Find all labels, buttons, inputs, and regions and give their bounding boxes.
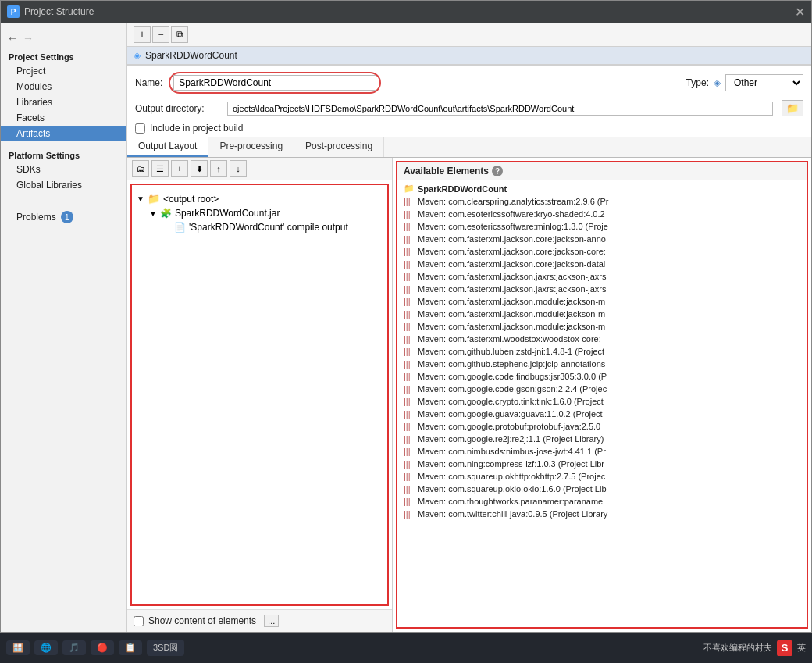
copy-artifact-button[interactable]: ⧉ <box>171 26 188 43</box>
tree-item-jar[interactable]: ▼ 🧩 SparkRDDWordCount.jar <box>149 206 383 220</box>
name-input[interactable] <box>173 75 376 91</box>
item-label: Maven: com.fasterxml.jackson.jaxrs:jacks… <box>418 284 606 294</box>
available-item[interactable]: ||| Maven: com.squareup.okio:okio:1.6.0 … <box>397 483 807 495</box>
split-content: 🗂 ☰ + ⬇ ↑ ↓ ▼ 📁 <output root> <box>127 158 811 632</box>
available-item[interactable]: ||| Maven: com.twitter:chill-java:0.9.5 … <box>397 508 807 520</box>
available-item[interactable]: ||| Maven: com.google.code.findbugs:jsr3… <box>397 370 807 383</box>
maven-icon: ||| <box>404 434 415 444</box>
sidebar-item-global-libraries[interactable]: Global Libraries <box>1 177 126 193</box>
sidebar: ← → Project Settings Project Modules Lib… <box>1 23 127 632</box>
ol-list-btn[interactable]: ☰ <box>151 160 169 177</box>
artifact-list-item[interactable]: ◈ SparkRDDWordCount <box>127 47 811 64</box>
remove-artifact-button[interactable]: − <box>152 26 169 43</box>
output-dir-browse-button[interactable]: 📁 <box>782 100 803 116</box>
maven-icon: ||| <box>404 259 415 269</box>
root-folder-icon: 📁 <box>148 193 160 205</box>
available-item[interactable]: ||| Maven: com.fasterxml.jackson.core:ja… <box>397 233 807 245</box>
include-checkbox[interactable] <box>135 123 145 134</box>
ol-folder-btn[interactable]: 🗂 <box>132 160 149 177</box>
close-button[interactable]: ✕ <box>795 5 805 20</box>
ol-add-btn[interactable]: + <box>171 160 188 177</box>
available-item[interactable]: ||| Maven: com.clearspring.analytics:str… <box>397 195 807 208</box>
show-content-row: Show content of elements ... <box>127 609 392 632</box>
forward-button[interactable]: → <box>23 32 34 45</box>
available-item[interactable]: ||| Maven: com.thoughtworks.paranamer:pa… <box>397 495 807 508</box>
available-header: Available Elements ? <box>397 162 807 180</box>
add-artifact-button[interactable]: + <box>134 26 151 43</box>
available-item[interactable]: ||| Maven: com.github.luben:zstd-jni:1.4… <box>397 345 807 358</box>
item-label: Maven: com.fasterxml.jackson.core:jackso… <box>418 259 605 269</box>
tree-item-compile[interactable]: 📄 'SparkRDDWordCount' compile output <box>174 220 383 234</box>
output-dir-input[interactable] <box>227 102 773 116</box>
show-content-checkbox[interactable] <box>134 616 144 626</box>
available-item[interactable]: ||| Maven: com.google.guava:guava:11.0.2… <box>397 408 807 420</box>
type-select[interactable]: Other JAR WAR <box>725 74 803 91</box>
sidebar-item-modules[interactable]: Modules <box>1 79 126 94</box>
available-group-spark[interactable]: 📁 SparkRDDWordCount <box>397 182 807 195</box>
tree-grandchild-compile: 📄 'SparkRDDWordCount' compile output <box>149 220 383 234</box>
taskbar-app3[interactable]: 3SD圆 <box>147 640 184 656</box>
include-label: Include in project build <box>150 123 243 134</box>
jar-icon: 🧩 <box>160 208 172 219</box>
tab-post-processing[interactable]: Post-processing <box>294 137 384 157</box>
tree-item-root[interactable]: ▼ 📁 <output root> <box>137 191 383 206</box>
ol-down-btn[interactable]: ⬇ <box>191 160 208 177</box>
output-layout-toolbar: 🗂 ☰ + ⬇ ↑ ↓ <box>127 158 392 180</box>
show-content-dots-button[interactable]: ... <box>264 615 279 627</box>
available-item[interactable]: ||| Maven: com.fasterxml.jackson.jaxrs:j… <box>397 283 807 295</box>
available-item[interactable]: ||| Maven: com.fasterxml.jackson.core:ja… <box>397 245 807 258</box>
available-item[interactable]: ||| Maven: com.esotericssoftware:minlog:… <box>397 220 807 233</box>
tab-output-layout[interactable]: Output Layout <box>127 137 208 157</box>
name-label: Name: <box>135 77 162 88</box>
compile-label: 'SparkRDDWordCount' compile output <box>189 222 348 233</box>
taskbar-start[interactable]: 🪟 <box>6 640 30 655</box>
available-item[interactable]: ||| Maven: com.google.code.gson:gson:2.2… <box>397 383 807 395</box>
tab-pre-processing[interactable]: Pre-processing <box>208 137 294 157</box>
available-item[interactable]: ||| Maven: com.fasterxml.jackson.module:… <box>397 320 807 333</box>
taskbar-music[interactable]: 🎵 <box>62 640 86 655</box>
platform-settings-section: Platform Settings <box>1 148 126 162</box>
sidebar-item-facets[interactable]: Facets <box>1 110 126 126</box>
available-item[interactable]: ||| Maven: com.fasterxml.jackson.jaxrs:j… <box>397 270 807 283</box>
available-item[interactable]: ||| Maven: com.fasterxml.jackson.module:… <box>397 308 807 320</box>
available-item[interactable]: ||| Maven: com.nimbusds:nimbus-jose-jwt:… <box>397 445 807 458</box>
sidebar-item-libraries[interactable]: Libraries <box>1 94 126 110</box>
back-button[interactable]: ← <box>7 32 18 45</box>
available-elements-section: Available Elements ? 📁 SparkRDDWordCount <box>393 158 811 632</box>
maven-icon: ||| <box>404 347 415 356</box>
sidebar-item-artifacts[interactable]: Artifacts <box>1 126 126 141</box>
available-item[interactable]: ||| Maven: com.google.re2j:re2j:1.1 (Pro… <box>397 433 807 445</box>
artifact-item-label: SparkRDDWordCount <box>145 50 237 61</box>
sidebar-item-problems[interactable]: Problems 1 <box>1 209 126 226</box>
item-label: Maven: com.google.code.findbugs:jsr305:3… <box>418 372 607 381</box>
item-label: Maven: com.thoughtworks.paranamer:parana… <box>418 497 603 506</box>
taskbar-app2[interactable]: 📋 <box>119 640 142 655</box>
item-label: Maven: com.squareup.okio:okio:1.6.0 (Pro… <box>418 484 607 494</box>
available-item[interactable]: ||| Maven: com.google.protobuf:protobuf-… <box>397 420 807 433</box>
problems-badge: 1 <box>61 211 73 223</box>
available-panel: Available Elements ? 📁 SparkRDDWordCount <box>396 161 808 629</box>
item-label: Maven: com.esotericssoftware:minlog:1.3.… <box>418 222 608 231</box>
sidebar-item-sdks[interactable]: SDKs <box>1 162 126 177</box>
available-item[interactable]: ||| Maven: com.fasterxml.jackson.core:ja… <box>397 258 807 270</box>
available-list[interactable]: 📁 SparkRDDWordCount ||| Maven: com.clear… <box>397 180 807 627</box>
root-expand-icon: ▼ <box>137 194 144 203</box>
ol-up-btn[interactable]: ↑ <box>210 160 227 177</box>
type-row: Type: ◈ Other JAR WAR <box>686 74 803 91</box>
available-item[interactable]: ||| Maven: com.github.stephenc.jcip:jcip… <box>397 358 807 370</box>
available-item[interactable]: ||| Maven: com.esotericssoftware:kryo-sh… <box>397 208 807 220</box>
available-item[interactable]: ||| Maven: com.squareup.okhttp:okhttp:2.… <box>397 470 807 483</box>
taskbar-app1[interactable]: 🔴 <box>91 640 114 655</box>
available-item[interactable]: ||| Maven: com.fasterxml.woodstox:woodst… <box>397 333 807 345</box>
maven-icon: ||| <box>404 472 415 481</box>
available-item[interactable]: ||| Maven: com.google.crypto.tink:tink:1… <box>397 395 807 408</box>
taskbar-s-icon[interactable]: S <box>777 640 792 656</box>
sidebar-item-project[interactable]: Project <box>1 63 126 79</box>
maven-icon: ||| <box>404 372 415 381</box>
item-label: Maven: com.fasterxml.jackson.core:jackso… <box>418 247 606 256</box>
maven-icon: ||| <box>404 322 415 331</box>
available-item[interactable]: ||| Maven: com.ning:compress-lzf:1.0.3 (… <box>397 458 807 470</box>
ol-move-btn[interactable]: ↓ <box>230 160 247 177</box>
taskbar-browser[interactable]: 🌐 <box>34 640 58 655</box>
available-item[interactable]: ||| Maven: com.fasterxml.jackson.module:… <box>397 295 807 308</box>
